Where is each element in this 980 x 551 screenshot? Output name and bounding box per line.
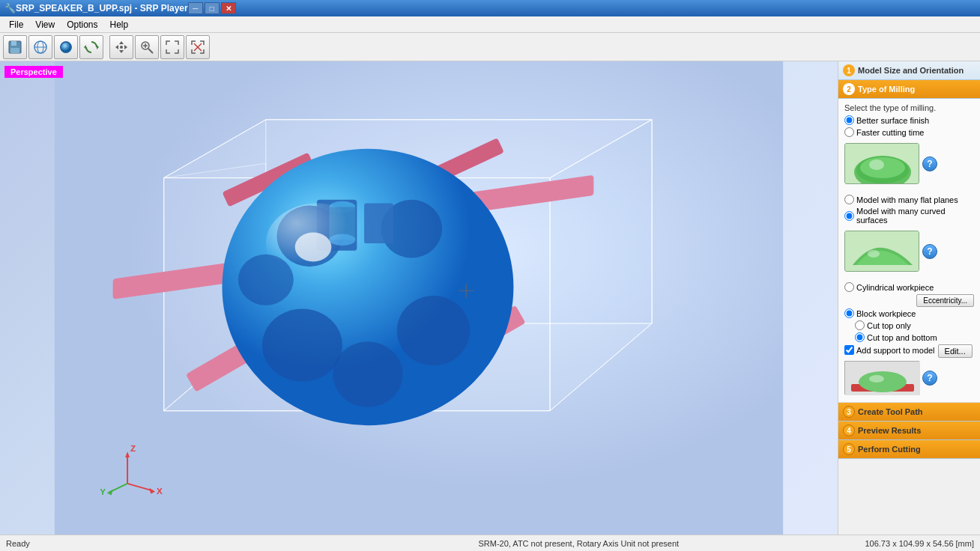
support-checkbox[interactable] [844,345,854,355]
radio-cut-top-only[interactable]: Cut top only [855,320,974,330]
menu-help[interactable]: Help [104,18,135,31]
svg-marker-8 [97,45,99,49]
viewport[interactable]: Perspective [0,61,838,535]
main-area: Perspective [0,61,980,535]
minimize-button[interactable]: ─ [188,2,203,14]
svg-point-14 [120,46,123,49]
milling-preview-row-2: ? [844,228,974,275]
milling-preview-2 [844,231,919,272]
support-row: Add support to model Edit... [844,344,974,358]
radio-top-bottom-label: Cut top and bottom [867,333,937,342]
svg-rect-2 [10,48,19,53]
eccentricity-button[interactable]: Eccentricity... [916,294,974,307]
help-btn-1[interactable]: ? [922,156,937,171]
maximize-button[interactable]: □ [205,2,220,14]
menu-file[interactable]: File [3,18,29,31]
save-button[interactable] [3,35,27,59]
menu-view[interactable]: View [29,18,61,31]
svg-point-49 [397,296,470,365]
svg-text:Y: Y [100,487,106,496]
statusbar: Ready SRM-20, ATC not present, Rotary Ax… [0,535,980,551]
radio-cylindrical-input[interactable] [844,282,854,292]
svg-text:Z: Z [130,443,136,453]
milling-preview-row-1: ? [844,140,974,187]
section-4-num: 4 [843,424,855,436]
fit-button[interactable] [160,35,184,59]
toolbar [0,33,980,61]
svg-point-7 [61,42,71,52]
section-3-num: 3 [843,406,855,418]
svg-point-78 [868,250,880,258]
perspective-label: Perspective [4,66,63,78]
svg-line-16 [148,49,153,53]
titlebar: 🔧 SRP_SPEAKER_B_UPP.spj - SRP Player ─ □… [0,0,980,16]
radio-faster-input[interactable] [844,127,854,137]
radio-cylindrical[interactable]: Cylindrical workpiece [844,282,974,292]
section-3-header[interactable]: 3 Create Tool Path [838,403,980,421]
radio-top-bottom-input[interactable] [855,332,865,342]
section-2-content: Select the type of milling. Better surfa… [838,99,980,403]
status-machine: SRM-20, ATC not present, Rotary Axis Uni… [292,539,865,548]
radio-block-input[interactable] [844,308,854,318]
radio-better-label: Better surface finish [856,116,929,125]
section-2-header[interactable]: 2 Type of Milling [838,80,980,99]
section-2-title: Type of Milling [858,85,915,94]
svg-point-82 [869,375,884,383]
menu-options[interactable]: Options [61,18,103,31]
globe-button[interactable] [28,35,52,59]
rotate-button[interactable] [79,35,103,59]
support-preview [844,361,919,395]
svg-point-60 [295,232,332,261]
support-edit-button[interactable]: Edit... [938,344,973,358]
support-preview-row: ? [844,361,974,395]
close-button[interactable]: ✕ [221,2,236,14]
support-checkbox-group[interactable]: Add support to model [844,345,935,355]
radio-top-only-label: Cut top only [867,321,911,330]
svg-text:X: X [157,486,163,496]
radio-cut-top-bottom[interactable]: Cut top and bottom [855,332,974,342]
section-5-title: Perform Cutting [858,445,921,454]
section-4-header[interactable]: 4 Preview Results [838,421,980,440]
radio-better-finish[interactable]: Better surface finish [844,115,974,125]
svg-marker-9 [84,45,86,49]
section-2-num: 2 [843,83,855,95]
radio-top-only-input[interactable] [855,320,865,330]
cut-options: Cut top only Cut top and bottom [844,320,974,342]
radio-block-label: Block workpiece [856,309,916,318]
radio-flat-label: Model with many flat planes [856,195,958,204]
view3d-button[interactable] [54,35,78,59]
radio-better-input[interactable] [844,115,854,125]
pan-button[interactable] [109,35,133,59]
help-btn-2[interactable]: ? [922,244,937,259]
svg-point-76 [869,159,884,170]
radio-curved-label: Model with many curved surfaces [856,207,974,225]
svg-marker-10 [119,41,124,44]
titlebar-title: SRP_SPEAKER_B_UPP.spj - SRP Player [16,3,188,13]
titlebar-controls: ─ □ ✕ [188,2,236,14]
radio-flat-input[interactable] [844,195,854,204]
section-5-num: 5 [843,443,855,455]
titlebar-icon: 🔧 [4,3,16,13]
radio-flat-planes[interactable]: Model with many flat planes [844,195,974,204]
svg-marker-12 [115,45,118,49]
radio-curved-input[interactable] [844,211,854,221]
section-1-title: Model Size and Orientation [858,66,964,75]
radio-faster-cutting[interactable]: Faster cutting time [844,127,974,137]
svg-point-48 [262,309,342,382]
menubar: File View Options Help [0,16,980,33]
zoom-button[interactable] [135,35,159,59]
svg-rect-1 [11,41,16,46]
svg-marker-13 [124,45,127,49]
cylindrical-row: Eccentricity... [844,294,974,307]
status-text: Ready [6,539,292,548]
radio-curved-surfaces[interactable]: Model with many curved surfaces [844,207,974,225]
radio-faster-label: Faster cutting time [856,128,924,137]
section-3-title: Create Tool Path [858,407,923,416]
reset-button[interactable] [186,35,210,59]
section-1-header[interactable]: 1 Model Size and Orientation [838,61,980,80]
milling-preview-1 [844,143,919,184]
section-5-header[interactable]: 5 Perform Cutting [838,440,980,459]
help-btn-3[interactable]: ? [922,371,937,386]
radio-block[interactable]: Block workpiece [844,308,974,318]
svg-point-52 [333,341,402,407]
